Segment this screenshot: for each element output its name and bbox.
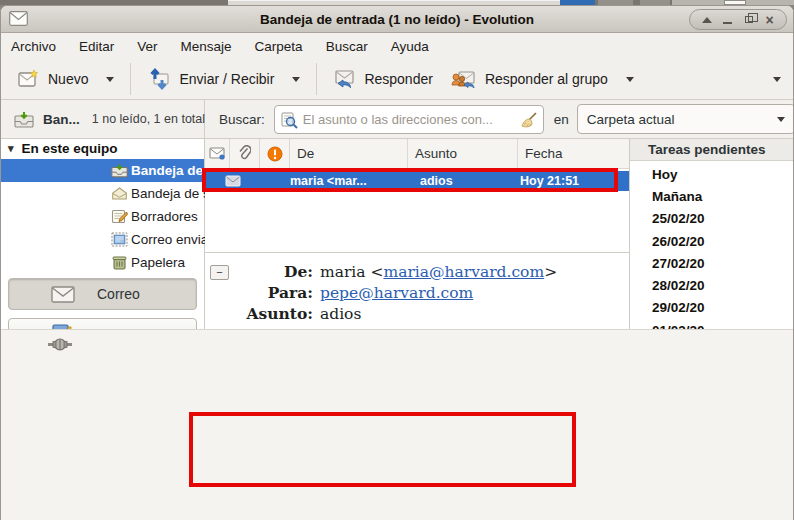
folder-summary: 1 no leído, 1 en total: [92, 112, 205, 126]
menu-mensaje[interactable]: Mensaje: [181, 35, 232, 58]
send-receive-dropdown-icon: [292, 77, 300, 82]
task-group-manana[interactable]: Mañana: [630, 185, 793, 207]
message-subject: adios: [420, 174, 453, 188]
message-row[interactable]: maria <mar... adios Hoy 21:51: [205, 171, 629, 191]
sidebar-folder-outbox[interactable]: Bandeja de salida: [1, 182, 204, 205]
tasks-pane: Tareas pendientes Hoy Mañana 25/02/20 26…: [629, 139, 793, 329]
column-priority[interactable]: [260, 139, 290, 168]
send-receive-label: Enviar / Recibir: [179, 71, 274, 87]
sidebar-folder-inbox[interactable]: Bandeja de entr...: [1, 159, 204, 182]
evolution-screen: Bandeja de entrada (1 no leído) - Evolut…: [0, 0, 794, 520]
task-group-date[interactable]: 26/02/20: [630, 230, 793, 252]
tasks-list: Hoy Mañana 25/02/20 26/02/20 27/02/20 28…: [630, 161, 793, 341]
reply-icon: [333, 69, 356, 89]
window-title: Bandeja de entrada (1 no leído) - Evolut…: [1, 12, 793, 27]
task-group-date[interactable]: 28/02/20: [630, 274, 793, 296]
menu-buscar[interactable]: Buscar: [326, 35, 368, 58]
send-receive-icon: [147, 68, 171, 90]
toolbar-overflow-button[interactable]: [767, 72, 787, 87]
folder-tree: Bandeja de entr... Bandeja de salida Bor…: [1, 159, 204, 274]
reply-group-dropdown-icon: [626, 77, 634, 82]
from-value: maria <maria@harvard.com>: [320, 263, 557, 281]
column-from-label: De: [297, 146, 314, 161]
task-group-date[interactable]: 25/02/20: [630, 208, 793, 230]
main-content: ▾ En este equipo Bandeja de entr...: [1, 139, 793, 329]
online-status-plug-icon[interactable]: [47, 337, 73, 352]
outbox-icon: [111, 186, 128, 201]
app-envelope-icon: [9, 11, 28, 26]
from-prefix: maria <: [320, 263, 383, 281]
search-input[interactable]: [303, 112, 517, 127]
column-attachment[interactable]: [230, 139, 260, 168]
reply-group-button[interactable]: Responder al grupo: [442, 64, 643, 95]
header-from-line: De: maria <maria@harvard.com>: [233, 261, 557, 282]
sidebar: ▾ En este equipo Bandeja de entr...: [1, 139, 205, 329]
sent-icon: [111, 232, 128, 247]
paperclip-icon: [238, 145, 251, 162]
send-receive-button[interactable]: Enviar / Recibir: [138, 63, 309, 95]
clear-search-broom-icon[interactable]: [520, 111, 538, 129]
unread-envelope-icon: [225, 175, 241, 187]
menu-archivo[interactable]: Archivo: [11, 35, 56, 58]
collapse-headers-button[interactable]: −: [210, 265, 229, 280]
menu-ayuda[interactable]: Ayuda: [391, 35, 429, 58]
inbox-small-icon: [14, 111, 34, 128]
column-date[interactable]: Fecha: [518, 139, 629, 168]
reply-label: Responder: [364, 71, 433, 87]
task-group-hoy[interactable]: Hoy: [630, 163, 793, 185]
column-date-label: Fecha: [525, 146, 563, 161]
search-box: [274, 105, 544, 134]
task-group-date[interactable]: 27/02/20: [630, 252, 793, 274]
scope-dropdown-icon: [777, 117, 785, 122]
search-scope-select[interactable]: Carpeta actual: [577, 104, 794, 134]
menu-carpeta[interactable]: Carpeta: [255, 35, 303, 58]
toolbar-separator: [316, 63, 317, 95]
to-email-link[interactable]: pepe@harvard.com: [320, 284, 473, 302]
sidebar-folder-trash[interactable]: Papelera: [1, 251, 204, 274]
new-message-button[interactable]: Nuevo: [7, 64, 123, 94]
folder-label: Borradores: [131, 209, 198, 224]
current-folder-info: Ban... 1 no leído, 1 en total: [1, 100, 205, 138]
window-controls: ×: [689, 9, 787, 30]
new-message-icon: [16, 69, 40, 89]
maximize-button[interactable]: [738, 10, 759, 29]
sidebar-folder-sent[interactable]: Correo enviado: [1, 228, 204, 251]
new-dropdown-icon: [106, 77, 114, 82]
tree-root-this-computer[interactable]: ▾ En este equipo: [1, 141, 204, 156]
reply-group-label: Responder al grupo: [485, 71, 608, 87]
minimize-button[interactable]: [717, 10, 738, 29]
statusbar: [1, 329, 793, 520]
reply-button[interactable]: Responder: [324, 64, 442, 94]
search-icon[interactable]: [281, 112, 298, 129]
switcher-mail-label: Correo: [97, 286, 140, 302]
message-list-header: De Asunto Fecha: [205, 139, 629, 169]
column-from[interactable]: De: [290, 139, 408, 168]
menubar: Archivo Editar Ver Mensaje Carpeta Busca…: [1, 33, 793, 59]
message-headers: De: maria <maria@harvard.com> Para: pepe…: [233, 261, 557, 324]
column-read-status[interactable]: [205, 139, 230, 168]
switcher-mail-button[interactable]: Correo: [8, 278, 197, 310]
mail-icon: [51, 286, 75, 303]
to-value: pepe@harvard.com: [320, 284, 473, 302]
shade-window-button[interactable]: [696, 10, 717, 29]
task-group-date[interactable]: 29/02/20: [630, 297, 793, 319]
toolbar-separator: [130, 63, 131, 95]
subject-label: Asunto:: [233, 304, 313, 323]
from-email-link[interactable]: maria@harvard.com: [383, 263, 544, 281]
preview-pane: − De: maria <maria@harvard.com> Para: pe…: [205, 252, 629, 329]
sidebar-folder-drafts[interactable]: Borradores: [1, 205, 204, 228]
column-subject[interactable]: Asunto: [408, 139, 518, 168]
folder-search-bar: Ban... 1 no leído, 1 en total Buscar: en…: [1, 100, 793, 139]
expander-triangle-icon[interactable]: ▾: [8, 142, 14, 155]
menu-editar[interactable]: Editar: [79, 35, 114, 58]
subject-value: adios: [320, 305, 361, 323]
titlebar[interactable]: Bandeja de entrada (1 no leído) - Evolut…: [1, 6, 793, 33]
searchbar: Buscar: en Carpeta actual: [205, 100, 794, 138]
folder-label: Papelera: [131, 255, 185, 270]
menu-ver[interactable]: Ver: [137, 35, 157, 58]
close-button[interactable]: ×: [759, 10, 780, 29]
message-date: Hoy 21:51: [520, 174, 579, 188]
trash-icon: [111, 255, 128, 270]
from-suffix: >: [544, 263, 557, 281]
read-status-icon: [209, 147, 226, 160]
